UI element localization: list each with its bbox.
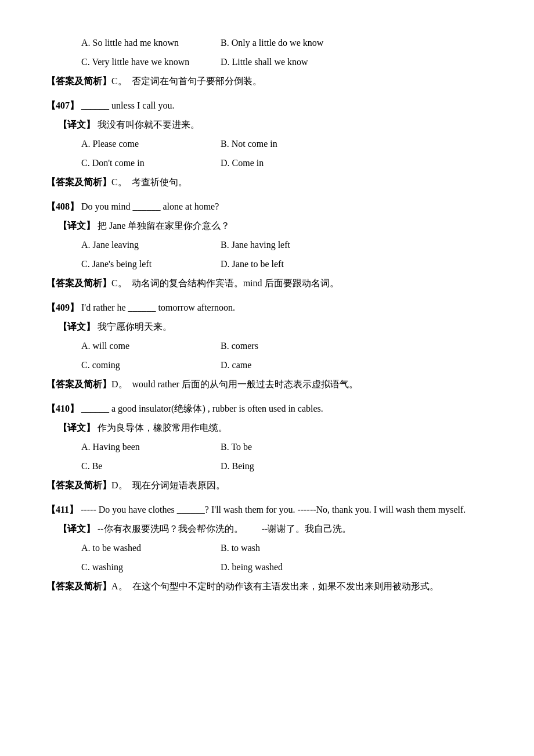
q-stem-410: ______ a good insulator(绝缘体) , rubber is… [81, 404, 323, 413]
answer-408: 【答案及简析】C。 动名词的复合结构作宾语。mind 后面要跟动名词。 [46, 275, 488, 292]
option-a-410: A. Having been [81, 439, 197, 456]
q-stem-408: Do you mind ______ alone at home? [81, 201, 219, 211]
option-c-410: C. Be [81, 458, 197, 475]
translation-410: 【译文】 作为良导体，橡胶常用作电缆。 [58, 420, 488, 437]
option-a-407: A. Please come [81, 136, 197, 153]
translation-bracket-411: 【译文】 [58, 524, 95, 534]
answer-bracket-410: 【答案及简析】 [46, 480, 111, 490]
option-a-top: A. So little had me known [81, 35, 197, 52]
options-row-top-2: C. Very little have we known D. Little s… [81, 54, 488, 71]
q-stem-407: ______ unless I call you. [81, 100, 174, 110]
answer-411: 【答案及简析】A。 在这个句型中不定时的动作该有主语发出来，如果不发出来则用被动… [46, 578, 488, 595]
option-c-411: C. washing [81, 559, 197, 576]
option-b-409: B. comers [221, 338, 337, 355]
options-row-top-1: A. So little had me known B. Only a litt… [81, 35, 488, 52]
translation-407: 【译文】 我没有叫你就不要进来。 [58, 117, 488, 134]
option-c-top: C. Very little have we known [81, 54, 197, 71]
option-d-410: D. Being [221, 458, 337, 475]
options-row-407-1: A. Please come B. Not come in [81, 136, 488, 153]
option-d-409: D. came [221, 357, 337, 374]
option-c-408: C. Jane's being left [81, 256, 197, 273]
options-row-410-2: C. Be D. Being [81, 458, 488, 475]
option-b-408: B. Jane having left [221, 237, 337, 254]
options-row-411-2: C. washing D. being washed [81, 559, 488, 576]
option-d-407: D. Come in [221, 155, 337, 172]
question-line-409: 【409】 I'd rather he ______ tomorrow afte… [46, 300, 488, 316]
translation-text-410: 作为良导体，橡胶常用作电缆。 [98, 423, 228, 433]
answer-bracket-411: 【答案及简析】 [46, 581, 111, 591]
options-row-408-1: A. Jane leaving B. Jane having left [81, 237, 488, 254]
option-d-411: D. being washed [221, 559, 337, 576]
option-b-top: B. Only a little do we know [221, 35, 337, 52]
q-number-411: 【411】 [46, 505, 78, 514]
options-row-409-1: A. will come B. comers [81, 338, 488, 355]
answer-bracket-407: 【答案及简析】 [46, 177, 111, 187]
option-a-411: A. to be washed [81, 540, 197, 557]
q-number-407: 【407】 [46, 100, 79, 110]
translation-text-408: 把 Jane 单独留在家里你介意么？ [98, 221, 230, 231]
option-b-407: B. Not come in [221, 136, 337, 153]
answer-letter-410: D。 现在分词短语表原因。 [111, 480, 225, 490]
q-number-410: 【410】 [46, 404, 79, 413]
option-c-407: C. Don't come in [81, 155, 197, 172]
answer-letter-409: D。 would rather 后面的从句用一般过去时态表示虚拟语气。 [111, 379, 358, 389]
translation-408: 【译文】 把 Jane 单独留在家里你介意么？ [58, 218, 488, 235]
options-row-408-2: C. Jane's being left D. Jane to be left [81, 256, 488, 273]
option-b-410: B. To be [221, 439, 337, 456]
answer-letter-408: C。 动名词的复合结构作宾语。mind 后面要跟动名词。 [111, 278, 339, 288]
answer-407: 【答案及简析】C。 考查祈使句。 [46, 174, 488, 191]
translation-bracket-409: 【译文】 [58, 322, 95, 332]
option-c-409: C. coming [81, 357, 197, 374]
answer-top: 【答案及简析】C。 否定词在句首句子要部分倒装。 [46, 73, 488, 90]
q-number-409: 【409】 [46, 303, 79, 312]
translation-bracket-410: 【译文】 [58, 423, 95, 433]
translation-409: 【译文】 我宁愿你明天来。 [58, 319, 488, 336]
question-line-410: 【410】 ______ a good insulator(绝缘体) , rub… [46, 401, 488, 417]
option-b-411: B. to wash [221, 540, 337, 557]
question-block-409: 【409】 I'd rather he ______ tomorrow afte… [46, 300, 488, 393]
answer-letter-top: C。 否定词在句首句子要部分倒装。 [111, 76, 262, 86]
question-line-411: 【411】 ----- Do you have clothes ______? … [46, 502, 488, 519]
answer-bracket-409: 【答案及简析】 [46, 379, 111, 389]
q-number-408: 【408】 [46, 201, 79, 211]
answer-bracket-408: 【答案及简析】 [46, 278, 111, 288]
question-block-411: 【411】 ----- Do you have clothes ______? … [46, 502, 488, 595]
option-a-408: A. Jane leaving [81, 237, 197, 254]
options-row-409-2: C. coming D. came [81, 357, 488, 374]
translation-text-411: --你有衣服要洗吗？我会帮你洗的。 --谢谢了。我自己洗。 [98, 524, 351, 534]
options-row-411-1: A. to be washed B. to wash [81, 540, 488, 557]
option-a-409: A. will come [81, 338, 197, 355]
translation-bracket-408: 【译文】 [58, 221, 95, 231]
question-block-410: 【410】 ______ a good insulator(绝缘体) , rub… [46, 401, 488, 494]
question-block-top: A. So little had me known B. Only a litt… [46, 35, 488, 89]
answer-410: 【答案及简析】D。 现在分词短语表原因。 [46, 477, 488, 494]
answer-letter-407: C。 考查祈使句。 [111, 177, 187, 187]
answer-letter-411: A。 在这个句型中不定时的动作该有主语发出来，如果不发出来则用被动形式。 [111, 581, 439, 591]
question-line-407: 【407】 ______ unless I call you. [46, 98, 488, 114]
options-row-410-1: A. Having been B. To be [81, 439, 488, 456]
question-block-407: 【407】 ______ unless I call you. 【译文】 我没有… [46, 98, 488, 190]
answer-bracket-top: 【答案及简析】 [46, 76, 111, 86]
page-content: A. So little had me known B. Only a litt… [46, 35, 488, 595]
translation-text-409: 我宁愿你明天来。 [98, 322, 172, 332]
q-stem-409: I'd rather he ______ tomorrow afternoon. [81, 303, 235, 312]
question-line-408: 【408】 Do you mind ______ alone at home? [46, 199, 488, 215]
translation-bracket-407: 【译文】 [58, 120, 95, 129]
answer-409: 【答案及简析】D。 would rather 后面的从句用一般过去时态表示虚拟语… [46, 376, 488, 393]
translation-411: 【译文】 --你有衣服要洗吗？我会帮你洗的。 --谢谢了。我自己洗。 [58, 521, 488, 538]
translation-text-407: 我没有叫你就不要进来。 [98, 120, 200, 129]
option-d-408: D. Jane to be left [221, 256, 337, 273]
option-d-top: D. Little shall we know [221, 54, 337, 71]
question-block-408: 【408】 Do you mind ______ alone at home? … [46, 199, 488, 291]
q-stem-411: ----- Do you have clothes ______? I'll w… [81, 505, 466, 514]
options-row-407-2: C. Don't come in D. Come in [81, 155, 488, 172]
